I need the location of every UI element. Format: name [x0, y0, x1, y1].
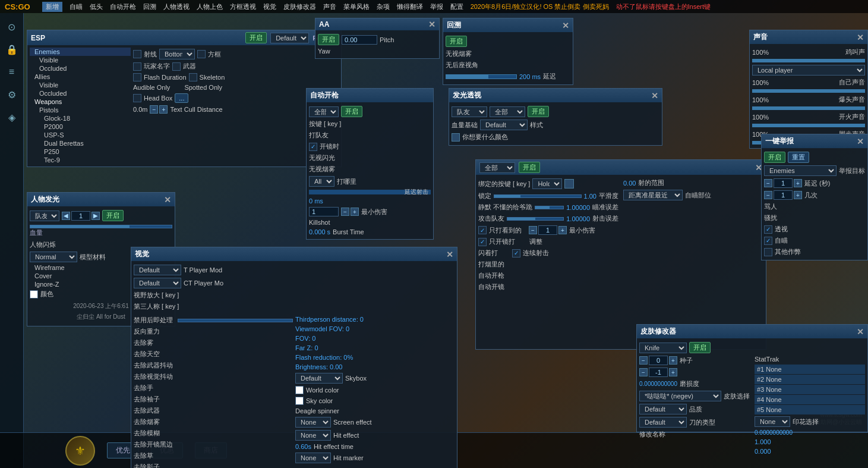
aimbot-min-plus[interactable]: +	[558, 226, 567, 234]
report-count-minus[interactable]: −	[764, 191, 772, 199]
skin-print-sel[interactable]: None	[755, 416, 790, 427]
skin-weapon-sel[interactable]: Knife	[639, 343, 687, 353]
renbao-team-sel[interactable]: 队友	[30, 211, 59, 221]
shijue-close[interactable]: ✕	[446, 250, 453, 259]
glow-team-sel[interactable]: 队友	[452, 106, 487, 117]
skin-toggle[interactable]: 开启	[689, 342, 711, 353]
sidebar-icon-game[interactable]: ◈	[3, 108, 21, 126]
skin-knife-sel[interactable]: Default	[639, 417, 687, 428]
glow-close[interactable]: ✕	[651, 92, 658, 100]
auto-chk-kaijing[interactable]: ✓	[309, 143, 317, 151]
auto-all-sel[interactable]: 全部	[309, 106, 339, 117]
esp-tree-weapons[interactable]: Weapons	[30, 98, 131, 106]
report-chk-see[interactable]: ✓	[764, 225, 772, 234]
menu-rense[interactable]: 人物上色	[197, 2, 223, 11]
auto-minsun-stepper[interactable]: − +	[341, 208, 359, 216]
esp-panel-header[interactable]: ESP 开启 Default Font ✕	[27, 30, 341, 45]
skin-stattrak-plus[interactable]: +	[669, 368, 677, 376]
shijue-marker-sel[interactable]: None	[295, 453, 331, 463]
menu-lazy[interactable]: 懒得翻译	[397, 2, 423, 11]
shijue-header[interactable]: 视觉 ✕	[131, 247, 457, 261]
huiji-close[interactable]: ✕	[562, 21, 569, 30]
esp-tree-allies[interactable]: Allies	[30, 73, 131, 81]
menu-misc[interactable]: 杂项	[377, 2, 390, 11]
menu-style[interactable]: 菜单风格	[343, 2, 370, 11]
skin-seed-minus[interactable]: −	[639, 356, 648, 365]
aimbot-min-stepper[interactable]: − 1 +	[529, 225, 567, 235]
shijue-hit-sel[interactable]: None	[295, 430, 331, 441]
skin-seed-stepper[interactable]: − 0 +	[639, 356, 677, 365]
skin-n5[interactable]: #5 None	[755, 405, 865, 414]
renbao-num-stepper[interactable]: ◀ 1 ▶	[62, 211, 100, 221]
esp-chk-shexian[interactable]	[133, 50, 141, 58]
renbao-close[interactable]: ✕	[164, 196, 171, 204]
glow-header[interactable]: 发光透视 ✕	[449, 89, 662, 102]
skin-header[interactable]: 皮肤修改器 ✕	[637, 325, 867, 338]
esp-chk-headbox[interactable]	[133, 94, 141, 102]
aa-header[interactable]: AA ✕	[315, 18, 439, 30]
aimbot-attack-bar[interactable]	[507, 217, 564, 221]
shijue-world-color-preview[interactable]	[295, 386, 304, 394]
aimbot-chk-continuous[interactable]: ✓	[512, 249, 520, 257]
report-enemies-sel[interactable]: Enemies	[764, 165, 837, 176]
menu-rentou[interactable]: 人物透视	[163, 2, 190, 11]
esp-tree-tec9[interactable]: Tec-9	[30, 156, 131, 164]
sidebar-icon-settings[interactable]: ⚙	[3, 86, 21, 103]
sidebar-icon-list[interactable]: ≡	[3, 63, 21, 81]
aimbot-dist-sel[interactable]: 距离准星最近	[623, 190, 683, 200]
aimbot-all-sel[interactable]: 全部	[479, 162, 515, 173]
aa-toggle[interactable]: 开启	[318, 34, 339, 45]
esp-tree-occluded-e[interactable]: Occluded	[30, 64, 131, 73]
glow-style-sel[interactable]: Default	[480, 120, 528, 130]
menu-autoshot[interactable]: 自动开枪	[110, 2, 136, 11]
glow-color-preview[interactable]	[452, 133, 460, 142]
aimbot-toggle[interactable]: 开启	[519, 162, 540, 173]
aa-pitch-val[interactable]	[342, 35, 377, 45]
renbao-prev[interactable]: ◀	[62, 212, 70, 220]
esp-tree-dual[interactable]: Dual Berettas	[30, 139, 131, 147]
esp-tree-enemies[interactable]: Enemies	[30, 48, 131, 56]
renbao-next[interactable]: ▶	[91, 212, 100, 220]
skin-n1[interactable]: #1 None	[755, 365, 865, 374]
esp-chk-wuqi[interactable]	[172, 62, 181, 71]
report-count-plus[interactable]: +	[794, 191, 802, 199]
skin-stattrak-minus[interactable]: −	[639, 368, 648, 376]
esp-tree-glock[interactable]: Glock-18	[30, 114, 131, 123]
huiji-header[interactable]: 回溯 ✕	[443, 18, 573, 32]
report-header[interactable]: 一键举报 ✕	[762, 134, 867, 148]
esp-dist-stepper[interactable]: − +	[150, 105, 168, 114]
shijue-t-sel[interactable]: Default	[134, 265, 181, 275]
skin-quality-sel[interactable]: Default	[639, 404, 687, 414]
auto-minsun-minus[interactable]: −	[341, 208, 349, 216]
report-close[interactable]: ✕	[857, 137, 864, 146]
menu-skin[interactable]: 皮肤修改器	[283, 2, 316, 11]
esp-shexian-sel[interactable]: Bottom	[159, 49, 195, 59]
auto-minsun-plus[interactable]: +	[351, 208, 359, 216]
report-chk-other[interactable]	[764, 248, 772, 256]
report-count-stepper[interactable]: − 1 +	[764, 190, 802, 200]
skin-n3[interactable]: #3 None	[755, 385, 865, 394]
huiji-delay-bar[interactable]	[446, 74, 517, 79]
glow-toggle[interactable]: 开启	[528, 106, 549, 117]
menu-config[interactable]: 配置	[450, 2, 463, 11]
report-chk-sleep[interactable]: ✓	[764, 237, 772, 245]
esp-tree-p2000[interactable]: P2000	[30, 123, 131, 131]
sound-header[interactable]: 声音 ✕	[750, 30, 867, 44]
esp-dropdown[interactable]: Default	[270, 33, 309, 43]
skin-negev-sel[interactable]: *哒哒哒* (negev)	[639, 391, 721, 401]
esp-dist-minus[interactable]: −	[150, 105, 158, 114]
esp-tree-visible-e[interactable]: Visible	[30, 56, 131, 64]
glow-all-sel[interactable]: 全部	[490, 106, 525, 117]
sidebar-icon-lock[interactable]: 🔒	[3, 40, 21, 58]
menu-report[interactable]: 举报	[430, 2, 443, 11]
aimbot-chk-onlysee[interactable]: ✓	[478, 226, 487, 234]
aimbot-lock-bar[interactable]	[494, 194, 582, 198]
sidebar-icon-eye[interactable]: ⊙	[3, 18, 21, 36]
report-delay-plus[interactable]: +	[794, 179, 802, 187]
sound-player-sel[interactable]: Local player	[752, 65, 865, 76]
shijue-ct-sel[interactable]: Default	[134, 278, 181, 288]
skin-stattrak-stepper[interactable]: − -1 +	[639, 368, 677, 377]
esp-tree-pistols[interactable]: Pistols	[30, 106, 131, 114]
skin-close[interactable]: ✕	[857, 328, 864, 336]
shijue-jinyong-bar[interactable]	[178, 319, 293, 322]
